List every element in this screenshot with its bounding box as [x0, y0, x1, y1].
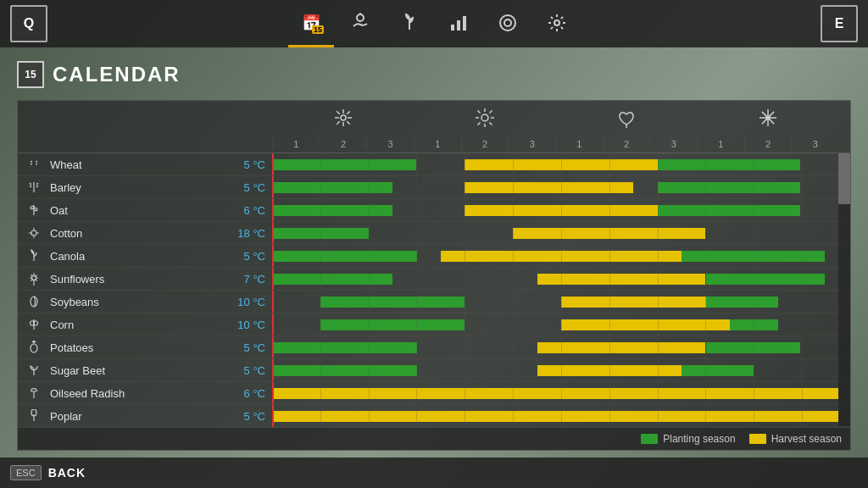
crop-row-barley: Barley 5 °C — [18, 176, 850, 199]
corn-temp: 10 °C — [234, 319, 272, 331]
harvest-color-box — [749, 434, 766, 444]
svg-point-0 — [357, 14, 364, 21]
crop-row-oat: Oat 6 °C — [18, 199, 850, 222]
canola-temp: 5 °C — [234, 250, 272, 263]
month-header-row: 1 2 3 1 2 3 1 2 3 1 2 3 — [272, 139, 850, 149]
nav-crops[interactable] — [387, 0, 432, 47]
scrollbar-track[interactable] — [838, 153, 850, 426]
crop-row-wheat: Wheat 5 °C — [18, 153, 850, 176]
cotton-icon — [25, 224, 43, 242]
nav-weather[interactable] — [337, 0, 383, 47]
potatoes-temp: 5 °C — [234, 341, 272, 354]
nav-economy[interactable] — [485, 0, 531, 47]
sugar-beet-icon — [25, 361, 43, 380]
nav-settings[interactable] — [534, 0, 580, 47]
oilseed-radish-name: Oilseed Radish — [50, 387, 227, 400]
svg-rect-4 — [463, 16, 466, 30]
wheat-name: Wheat — [50, 158, 227, 171]
poplar-name: Poplar — [50, 410, 227, 423]
corn-name: Corn — [50, 319, 227, 331]
season-spring-icon — [272, 108, 414, 128]
crop-row-potatoes: Potatoes 5 °C — [18, 336, 850, 359]
sunflowers-icon — [25, 269, 43, 288]
corn-bars — [272, 313, 850, 336]
nav-calendar[interactable]: 📅 15 — [288, 0, 334, 47]
sugar-beet-temp: 5 °C — [234, 364, 272, 377]
sugar-beet-bars — [272, 359, 850, 381]
cotton-bars — [272, 222, 850, 244]
svg-point-7 — [341, 115, 346, 120]
canola-bars — [272, 245, 850, 267]
sunflowers-temp: 7 °C — [234, 273, 272, 286]
svg-point-20 — [31, 297, 37, 307]
page-header: 15 CALENDAR — [17, 61, 851, 88]
crop-row-sugar-beet: Sugar Beet 5 °C — [18, 359, 850, 382]
canola-icon — [25, 247, 43, 265]
nav-stats[interactable] — [436, 0, 481, 47]
legend: Planting season Harvest season — [18, 428, 850, 450]
soybeans-icon — [25, 292, 43, 311]
barley-name: Barley — [50, 181, 227, 194]
corn-icon — [25, 315, 43, 334]
topbar: Q 📅 15 E — [0, 0, 868, 47]
oat-name: Oat — [50, 204, 227, 217]
harvest-label: Harvest season — [771, 433, 842, 445]
page-title: CALENDAR — [53, 63, 181, 86]
poplar-icon — [25, 407, 43, 425]
potatoes-icon — [25, 338, 43, 357]
crop-row-canola: Canola 5 °C — [18, 245, 850, 268]
planting-label: Planting season — [663, 433, 735, 445]
oilseed-radish-icon — [25, 384, 43, 402]
main-content: 15 CALENDAR — [0, 47, 868, 459]
canola-name: Canola — [50, 250, 227, 263]
svg-rect-3 — [457, 20, 460, 30]
svg-point-21 — [31, 344, 37, 352]
wheat-temp: 5 °C — [234, 158, 272, 171]
poplar-temp: 5 °C — [234, 410, 272, 423]
wheat-icon — [25, 155, 43, 174]
crop-row-corn: Corn 10 °C — [18, 313, 850, 336]
barley-icon — [25, 178, 43, 197]
crop-row-soybeans: Soybeans 10 °C — [18, 291, 850, 313]
soybeans-name: Soybeans — [50, 296, 227, 308]
q-button[interactable]: Q — [10, 5, 47, 42]
barley-bars — [272, 176, 850, 198]
e-button[interactable]: E — [821, 5, 858, 42]
crop-row-oilseed-radish: Oilseed Radish 6 °C — [18, 382, 850, 405]
oilseed-radish-bars — [272, 382, 850, 404]
season-winter-icon — [697, 108, 838, 128]
legend-planting: Planting season — [641, 433, 735, 445]
legend-harvest: Harvest season — [749, 433, 842, 445]
season-autumn-icon — [555, 108, 697, 128]
oat-icon — [25, 201, 43, 219]
cotton-name: Cotton — [50, 227, 227, 240]
poplar-bars — [272, 405, 850, 427]
barley-temp: 5 °C — [234, 181, 272, 194]
back-button[interactable]: BACK — [48, 466, 86, 480]
calendar-table: 1 2 3 1 2 3 1 2 3 1 2 3 — [17, 100, 851, 451]
crop-row-cotton: Cotton 18 °C — [18, 222, 850, 245]
oilseed-radish-temp: 6 °C — [234, 387, 272, 400]
planting-color-box — [641, 434, 658, 444]
wheat-bars — [272, 153, 850, 175]
soybeans-temp: 10 °C — [234, 296, 272, 308]
scrollbar-thumb[interactable] — [838, 153, 850, 204]
svg-point-17 — [31, 230, 36, 236]
sugar-beet-name: Sugar Beet — [50, 364, 227, 377]
soybeans-bars — [272, 291, 850, 313]
svg-rect-2 — [451, 25, 454, 30]
cotton-temp: 18 °C — [234, 227, 272, 240]
nav-center: 📅 15 — [288, 0, 580, 47]
sunflowers-bars — [272, 268, 850, 290]
sunflowers-name: Sunflowers — [50, 273, 227, 286]
season-summer-icon — [414, 108, 555, 128]
crop-row-poplar: Poplar 5 °C — [18, 405, 850, 428]
oat-temp: 6 °C — [234, 204, 272, 217]
esc-badge: ESC — [10, 465, 42, 480]
svg-point-5 — [500, 15, 515, 30]
potatoes-bars — [272, 336, 850, 358]
bottom-bar: ESC BACK — [0, 458, 868, 488]
potatoes-name: Potatoes — [50, 341, 227, 354]
svg-point-6 — [554, 20, 559, 25]
header-calendar-icon: 15 — [17, 61, 44, 88]
